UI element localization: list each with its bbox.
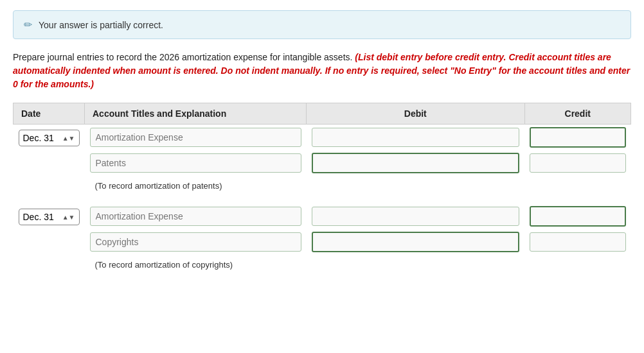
- notice-text: Your answer is partially correct.: [39, 20, 163, 30]
- table-row: Dec. 31 Jan. 1 Mar. 31 Jun. 30 ▲▼: [13, 125, 631, 151]
- note-text-1: (To record amortization of patents): [90, 178, 626, 196]
- table-row: Dec. 31 Jan. 1 Mar. 31 Jun. 30 ▲▼: [13, 203, 631, 229]
- instructions-plain: Prepare journal entries to record the 20…: [13, 52, 352, 62]
- notice-box: ✏ Your answer is partially correct.: [13, 10, 631, 39]
- date-select-1[interactable]: Dec. 31 Jan. 1 Mar. 31 Jun. 30: [23, 133, 62, 143]
- chevron-down-icon: ▲▼: [62, 135, 75, 142]
- table-row: [13, 150, 631, 176]
- debit-input-2-2[interactable]: [312, 232, 519, 252]
- debit-input-2-1[interactable]: [312, 207, 519, 226]
- credit-input-1-1[interactable]: [530, 127, 626, 148]
- debit-input-1-2[interactable]: [312, 153, 519, 173]
- date-select-wrapper-2[interactable]: Dec. 31 Jan. 1 Mar. 31 Jun. 30 ▲▼: [19, 209, 80, 225]
- header-debit: Debit: [307, 103, 524, 125]
- account-input-2-1[interactable]: [90, 207, 301, 226]
- account-input-2-2[interactable]: [90, 232, 301, 252]
- table-row: [13, 229, 631, 255]
- note-row-2: (To record amortization of copyrights): [13, 255, 631, 277]
- pencil-icon: ✏: [24, 19, 32, 31]
- date-select-2[interactable]: Dec. 31 Jan. 1 Mar. 31 Jun. 30: [23, 212, 62, 222]
- note-row-1: (To record amortization of patents): [13, 176, 631, 198]
- header-account: Account Titles and Explanation: [85, 103, 307, 125]
- credit-input-1-2[interactable]: [530, 153, 626, 173]
- instructions: Prepare journal entries to record the 20…: [13, 51, 631, 91]
- header-credit: Credit: [524, 103, 631, 125]
- account-input-1-2[interactable]: [90, 153, 301, 173]
- account-input-1-1[interactable]: [90, 128, 301, 147]
- debit-input-1-1[interactable]: [312, 128, 519, 147]
- date-select-wrapper-1[interactable]: Dec. 31 Jan. 1 Mar. 31 Jun. 30 ▲▼: [19, 130, 80, 146]
- note-text-2: (To record amortization of copyrights): [90, 257, 626, 275]
- header-date: Date: [13, 103, 85, 125]
- chevron-down-icon-2: ▲▼: [62, 214, 75, 221]
- credit-input-2-2[interactable]: [530, 232, 626, 252]
- credit-input-2-1[interactable]: [530, 206, 626, 227]
- journal-table: Date Account Titles and Explanation Debi…: [13, 103, 631, 277]
